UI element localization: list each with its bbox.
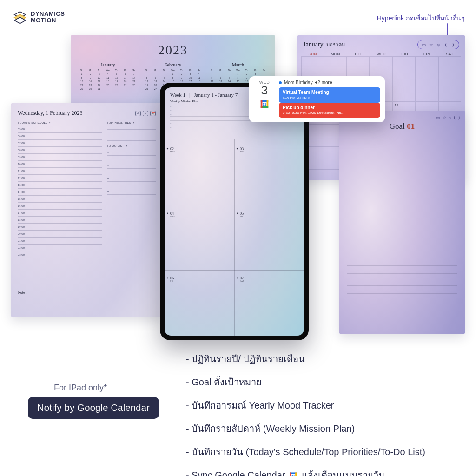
gcal-event[interactable]: Pick up dinner5:30–6:30 PM, 1920 Lee Str…: [279, 103, 380, 118]
month-cell[interactable]: [347, 56, 370, 79]
notify-pill: Notify by Google Calendar: [28, 397, 159, 419]
weekly-page[interactable]: Week 1 | January 1 - January 7 Weekly Mi…: [165, 87, 304, 336]
week-cell-label: ✦04WED: [170, 212, 175, 218]
chevron-left-icon[interactable]: ⦗: [443, 42, 449, 47]
month-cell[interactable]: [438, 56, 461, 79]
schedule-row[interactable]: 19:00: [18, 224, 102, 231]
month-cell[interactable]: [324, 56, 347, 79]
star-icon[interactable]: ☆: [428, 42, 434, 47]
chevron-right-icon[interactable]: ⦘: [450, 42, 456, 47]
bullet-6: - Sync Google Calendar 31 แจ้งเตือนแบบรา…: [186, 468, 465, 476]
brand-logo: DYNAMICS MOTION: [13, 10, 65, 24]
view-toggle-M[interactable]: M: [143, 111, 148, 116]
schedule-row[interactable]: 06:00: [18, 133, 102, 140]
goal-page[interactable]: ▭ ☆ ⎋ ⦗ ⦘ Goal 01 1234567891011121314151…: [339, 111, 465, 334]
note-label: Note :: [18, 291, 27, 295]
google-calendar-icon: 31: [289, 471, 298, 476]
wmp-row[interactable]: [170, 125, 298, 129]
share-icon[interactable]: ⎋: [449, 115, 451, 120]
bullet-4: - บันทึกรายสัปดาห์ (Weekly Mission Plan): [186, 421, 465, 436]
chevron-left-icon[interactable]: ⦗: [453, 115, 456, 120]
schedule-row[interactable]: 12:00: [18, 175, 102, 182]
brand-line1: DYNAMICS: [31, 11, 65, 17]
todo-row[interactable]: [107, 169, 156, 175]
week-cell-label: ✦07SAT: [240, 277, 244, 282]
month-cell[interactable]: [301, 56, 324, 79]
star-icon[interactable]: ☆: [443, 115, 446, 120]
bullet-5: - บันทึกรายวัน (Today's Schedule/Top Pri…: [186, 444, 465, 459]
view-toggle-W[interactable]: W: [135, 111, 141, 116]
gcal-allday-event[interactable]: Mom Birthday, +2 more: [279, 80, 380, 85]
bullet-2: - Goal ตั้งเป้าหมาย: [186, 375, 465, 390]
todo-row[interactable]: [107, 182, 156, 188]
todo-list-label: TO-DO LIST: [107, 145, 156, 147]
google-calendar-widget[interactable]: WED 3 31 Mom Birthday, +2 more Virtual T…: [249, 76, 385, 122]
daily-title: Wednesday, 1 February 2023: [18, 110, 83, 117]
week-title-right: January 1 - January 7: [194, 92, 238, 98]
week-title-left: Week 1: [170, 92, 185, 98]
view-toggle-📅[interactable]: 📅: [150, 111, 156, 116]
todo-row[interactable]: [107, 156, 156, 162]
schedule-row[interactable]: 10:00: [18, 161, 102, 168]
schedule-row[interactable]: 22:00: [18, 245, 102, 251]
schedule-row[interactable]: 11:00: [18, 168, 102, 175]
goal-grid-area: [416, 299, 461, 334]
share-icon[interactable]: ⎋: [436, 42, 441, 47]
schedule-row[interactable]: 23:00: [18, 251, 102, 258]
gcal-day-number: 3: [261, 84, 268, 96]
mini-month-title: February: [143, 62, 203, 67]
schedule-row[interactable]: 09:00: [18, 154, 102, 161]
top-priorities-label: TOP PRIORITIES: [107, 121, 156, 124]
month-cell[interactable]: [416, 56, 438, 79]
week-cell-label: ✦03TUE: [240, 147, 245, 153]
schedule-row[interactable]: 07:00: [18, 140, 102, 147]
schedule-row[interactable]: 17:00: [18, 210, 102, 217]
schedule-row[interactable]: 16:00: [18, 203, 102, 210]
goal-nav-icons[interactable]: ▭ ☆ ⎋ ⦗ ⦘: [436, 115, 460, 120]
week-grid: ✦02MON✦03TUE✦04WED✦05THU✦06FRI✦07SAT: [165, 139, 304, 336]
bullet-1: - ปฏิทินรายปี/ ปฏิทินรายเดือน: [186, 351, 465, 366]
goal-lines-area: [347, 254, 457, 298]
mini-month[interactable]: JanuarySuMoTuWeThFrSa1234567891011121314…: [78, 62, 138, 91]
todo-row[interactable]: [107, 175, 156, 182]
gcal-event[interactable]: Virtual Team Meeting4–5 PM, ACD-US: [279, 87, 380, 103]
month-cell[interactable]: [438, 79, 461, 102]
todo-row[interactable]: [107, 195, 156, 201]
schedule-row[interactable]: 14:00: [18, 189, 102, 196]
todo-row[interactable]: [107, 149, 156, 156]
schedule-row[interactable]: 20:00: [18, 231, 102, 238]
svg-rect-4: [261, 100, 263, 108]
schedule-row[interactable]: 18:00: [18, 217, 102, 224]
mini-month-title: March: [208, 62, 268, 67]
mini-month-title: January: [78, 62, 138, 67]
year-title: 2023: [71, 43, 275, 58]
schedule-row[interactable]: 08:00: [18, 147, 102, 154]
calendar-icon[interactable]: ▭: [436, 115, 440, 120]
svg-rect-8: [295, 472, 297, 476]
hyperlink-annotation: Hyperlink กดเชื่อมไปที่หน้าอื่นๆ: [377, 13, 465, 23]
month-cell[interactable]: [370, 56, 392, 79]
schedule-row[interactable]: 05:00: [18, 126, 102, 133]
bullet-3: - บันทึกอารมณ์ Yearly Mood Tracker: [186, 398, 465, 413]
goal-title-text: Goal: [390, 122, 405, 131]
schedule-row[interactable]: 21:00: [18, 238, 102, 245]
month-hyperlink-icons[interactable]: ▭ ☆ ⎋ ⦗ ⦘: [417, 40, 459, 49]
week-cell-label: ✦02MON: [170, 147, 175, 153]
chevron-right-icon[interactable]: ⦘: [458, 115, 460, 120]
feature-bullets: - ปฏิทินรายปี/ ปฏิทินรายเดือน - Goal ตั้…: [186, 351, 465, 476]
schedule-row[interactable]: 15:00: [18, 196, 102, 203]
month-title-en: January: [303, 41, 324, 48]
daily-page[interactable]: Wednesday, 1 February 2023 WM📅 TODAY'S S…: [11, 103, 162, 317]
brand-line2: MOTION: [31, 17, 65, 24]
todo-row[interactable]: [107, 162, 156, 169]
month-cell[interactable]: [393, 79, 416, 102]
month-title-th: มกราคม: [326, 40, 345, 49]
event-dot-icon: [279, 81, 282, 84]
svg-rect-10: [290, 472, 291, 476]
month-cell[interactable]: [416, 79, 438, 102]
month-cell[interactable]: [393, 56, 416, 79]
calendar-icon[interactable]: ▭: [421, 42, 426, 47]
todo-row[interactable]: [107, 188, 156, 195]
ipad-only-note: For IPad only*: [54, 383, 107, 393]
schedule-row[interactable]: 13:00: [18, 182, 102, 189]
